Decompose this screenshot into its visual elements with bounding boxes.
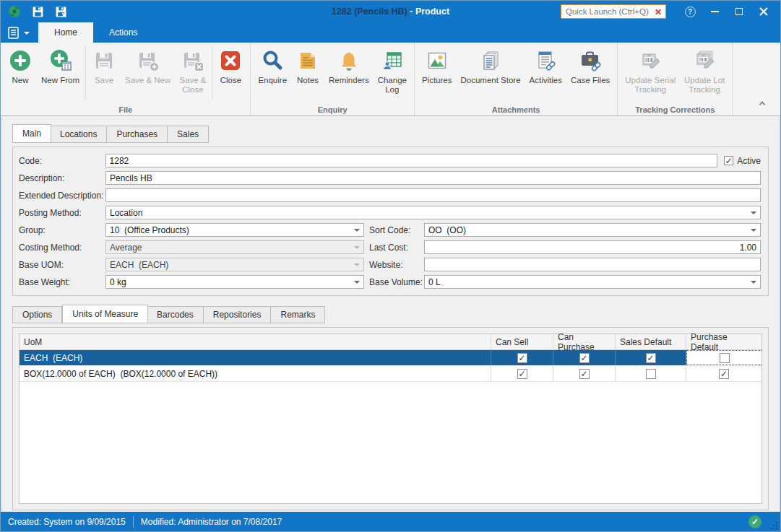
posting-method-dropdown[interactable]: Location: [105, 206, 761, 219]
activities-button[interactable]: Activities: [525, 45, 566, 95]
minimize-button[interactable]: [702, 2, 727, 21]
dropdown-arrow-icon: [751, 229, 756, 232]
sales-default-checkbox[interactable]: [646, 369, 656, 379]
last-cost-label: Last Cost:: [369, 243, 424, 253]
column-header-can-sell[interactable]: Can Sell: [491, 334, 553, 349]
resize-grip[interactable]: [769, 520, 777, 529]
help-button[interactable]: [678, 2, 702, 21]
base-volume-dropdown[interactable]: 0 L: [424, 275, 761, 289]
maximize-button[interactable]: [727, 2, 751, 21]
save-and-new-button[interactable]: Save & New: [121, 45, 175, 95]
table-row[interactable]: EACH (EACH): [20, 350, 761, 366]
ribbon-tab-home[interactable]: Home: [38, 22, 93, 43]
qat-save-button[interactable]: [30, 4, 46, 19]
cell-uom[interactable]: EACH (EACH): [20, 350, 491, 365]
tab-remarks[interactable]: Remarks: [271, 306, 325, 323]
tab-options[interactable]: Options: [12, 306, 62, 323]
update-lot-tracking-button[interactable]: Update LotTracking: [680, 45, 729, 95]
tab-locations[interactable]: Locations: [51, 126, 107, 143]
column-header-can-purchase[interactable]: Can Purchase: [553, 334, 616, 349]
button-label: Enquire: [258, 76, 287, 85]
uom-table: UoM Can Sell Can Purchase Sales Default …: [19, 333, 762, 504]
tab-units-of-measure[interactable]: Units of Measure: [62, 305, 148, 323]
pictures-button[interactable]: Pictures: [418, 45, 457, 95]
statusbar: Created: System on 9/09/2015 Modified: A…: [1, 512, 780, 531]
sales-default-checkbox[interactable]: [646, 353, 656, 363]
quick-launch-clear-icon[interactable]: [655, 9, 661, 15]
close-record-button[interactable]: Close: [214, 45, 247, 95]
quick-launch-input[interactable]: Quick Launch (Ctrl+Q): [561, 4, 666, 19]
code-field[interactable]: 1282: [105, 154, 718, 167]
button-label: Document Store: [460, 76, 520, 85]
button-label2: Log: [378, 85, 407, 95]
cell-can-purchase[interactable]: [553, 366, 616, 381]
tab-barcodes[interactable]: Barcodes: [147, 306, 204, 323]
save-and-close-button[interactable]: Save &Close: [175, 45, 210, 95]
group-dropdown[interactable]: 10 (Office Products): [105, 223, 364, 237]
tab-purchases[interactable]: Purchases: [107, 126, 168, 143]
button-label: Save &: [179, 76, 206, 85]
cell-sales-default[interactable]: [616, 350, 686, 365]
close-window-button[interactable]: [751, 2, 776, 21]
button-label: Activities: [530, 76, 562, 85]
case-files-button[interactable]: Case Files: [566, 45, 614, 95]
cell-purchase-default[interactable]: [686, 350, 761, 365]
column-header-sales-default[interactable]: Sales Default: [616, 334, 686, 349]
quick-launch-placeholder: Quick Launch (Ctrl+Q): [566, 7, 655, 16]
change-log-button[interactable]: ChangeLog: [374, 45, 411, 95]
active-checkbox-box[interactable]: [724, 156, 733, 165]
active-label: Active: [737, 156, 761, 166]
save-icon: [92, 48, 116, 73]
content-area: Main Locations Purchases Sales Code: 128…: [1, 116, 780, 512]
window-title-record: 1282 (Pencils HB): [332, 6, 410, 17]
purchase-default-checkbox[interactable]: [719, 369, 729, 379]
ribbon-group-tracking-corrections: Update SerialTracking Update LotTracking: [618, 43, 733, 115]
cell-purchase-default[interactable]: [686, 366, 761, 381]
cell-uom[interactable]: BOX(12.0000 of EACH) (BOX(12.0000 of EAC…: [20, 366, 491, 381]
notes-button[interactable]: Notes: [291, 45, 324, 95]
cell-can-sell[interactable]: [491, 350, 553, 365]
column-header-uom[interactable]: UoM: [20, 334, 491, 349]
cell-can-sell[interactable]: [491, 366, 553, 381]
new-button[interactable]: New: [4, 45, 37, 95]
update-serial-tracking-button[interactable]: Update SerialTracking: [621, 45, 680, 95]
app-menu-button[interactable]: [8, 27, 30, 39]
chevron-down-icon: [24, 32, 30, 35]
new-from-button[interactable]: New From: [37, 45, 84, 95]
table-row[interactable]: BOX(12.0000 of EACH) (BOX(12.0000 of EAC…: [20, 366, 761, 382]
tab-main[interactable]: Main: [12, 124, 51, 143]
description-field[interactable]: Pencils HB: [105, 171, 761, 185]
description-label: Description:: [19, 173, 105, 183]
document-store-button[interactable]: Document Store: [456, 45, 525, 95]
purchase-default-checkbox[interactable]: [720, 353, 730, 363]
base-weight-dropdown[interactable]: 0 kg: [105, 275, 364, 289]
can-purchase-checkbox[interactable]: [579, 369, 590, 379]
app-icon: [7, 4, 22, 19]
tab-sales[interactable]: Sales: [168, 126, 209, 143]
separator: [212, 46, 212, 100]
can-sell-checkbox[interactable]: [517, 353, 527, 363]
ribbon-tab-actions[interactable]: Actions: [93, 22, 153, 43]
code-label: Code:: [19, 156, 105, 166]
enquire-button[interactable]: Enquire: [254, 45, 291, 95]
active-checkbox[interactable]: Active: [724, 156, 761, 166]
last-cost-field[interactable]: 1.00: [424, 240, 761, 254]
website-field[interactable]: [424, 258, 761, 271]
can-purchase-checkbox[interactable]: [579, 353, 590, 363]
can-sell-checkbox[interactable]: [517, 369, 527, 379]
ribbon-collapse-button[interactable]: [756, 98, 769, 108]
column-header-purchase-default[interactable]: Purchase Default: [686, 334, 761, 349]
tab-repositories[interactable]: Repositories: [204, 306, 272, 323]
cell-sales-default[interactable]: [616, 366, 686, 381]
button-label2: Close: [179, 85, 206, 95]
base-uom-label: Base UOM:: [19, 260, 105, 270]
group-row: Group: 10 (Office Products) Sort Code: O…: [19, 223, 761, 237]
sort-code-dropdown[interactable]: OO (OO): [424, 223, 761, 237]
reminders-button[interactable]: Reminders: [324, 45, 374, 95]
save-button[interactable]: Save: [87, 45, 121, 95]
qat-save-close-button[interactable]: [53, 4, 69, 19]
cell-can-purchase[interactable]: [553, 350, 616, 365]
costing-method-dropdown: Average: [105, 240, 364, 254]
save-new-icon: [136, 48, 160, 73]
extended-description-field[interactable]: [105, 188, 761, 202]
